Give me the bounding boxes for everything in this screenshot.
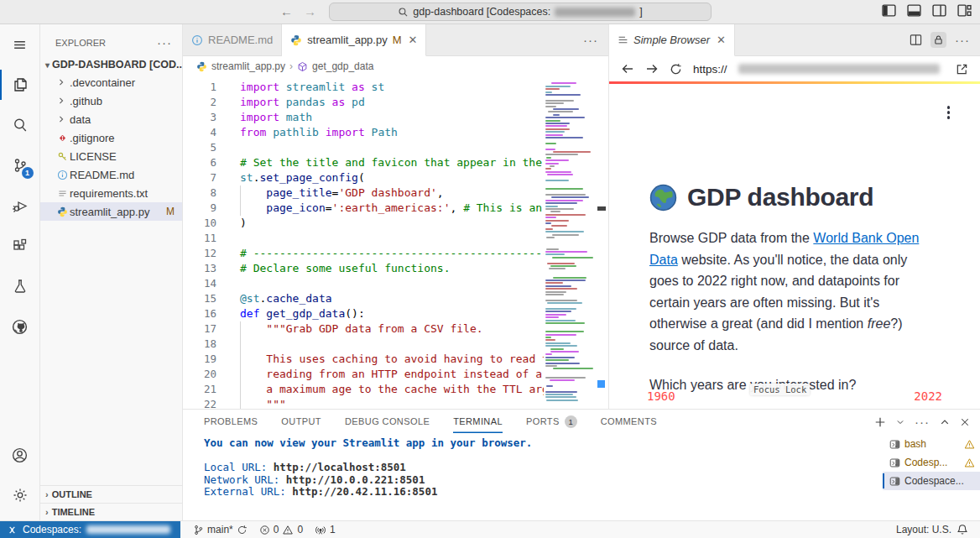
panel-tab-comments[interactable]: COMMENTS (601, 410, 657, 433)
customize-layout-icon[interactable] (957, 4, 972, 17)
browser-back-icon[interactable] (621, 63, 634, 75)
text-icon (57, 188, 65, 199)
toggle-secondary-sidebar-icon[interactable] (932, 4, 946, 17)
panel-more-actions-icon[interactable]: ··· (915, 415, 930, 429)
warnings-icon (282, 525, 294, 535)
tab-readme[interactable]: README.md (183, 24, 282, 55)
toggle-primary-sidebar-icon[interactable] (882, 4, 896, 17)
editor-more-actions-icon[interactable]: ··· (583, 33, 598, 47)
outline-section[interactable]: › OUTLINE (40, 485, 182, 503)
focus-lock-toggle[interactable] (930, 32, 946, 48)
url-scheme[interactable]: https:// (693, 63, 727, 76)
source-control-icon[interactable]: 1 (0, 145, 40, 185)
browser-forward-icon[interactable] (645, 63, 659, 75)
line-number: 21 (183, 382, 230, 397)
terminal-output[interactable]: You can now view your Streamlit app in y… (204, 437, 532, 499)
minimap[interactable] (544, 76, 596, 409)
explorer-item-readme-md[interactable]: README.md (40, 165, 182, 184)
line-number: 19 (183, 352, 230, 367)
browser-more-actions-icon[interactable]: ··· (955, 33, 970, 47)
warning-icon (964, 439, 975, 450)
simple-browser-panel: Simple Browser ✕ ··· https:// GDP dashbo… (608, 24, 980, 409)
chevron-right-icon: › (289, 60, 293, 72)
panel-tab-output[interactable]: OUTPUT (281, 410, 321, 433)
terminal-dropdown-icon[interactable] (896, 418, 904, 426)
account-icon[interactable] (0, 435, 40, 475)
tab-simple-browser[interactable]: Simple Browser ✕ (609, 24, 735, 56)
layout-indicator[interactable]: Layout: U.S. (896, 524, 951, 535)
split-editor-icon[interactable] (910, 34, 922, 46)
streamlit-menu-icon[interactable] (947, 106, 951, 119)
terminal-line (204, 450, 532, 462)
indent-guide (240, 321, 241, 337)
app-title: GDP dashboard (649, 183, 873, 212)
explorer-item--devcontainer[interactable]: .devcontainer (40, 73, 182, 91)
explorer-item-license[interactable]: LICENSE (40, 147, 182, 165)
code-editor[interactable]: 1import streamlit as st2import pandas as… (183, 76, 608, 409)
timeline-section[interactable]: › TIMELINE (40, 503, 182, 520)
explorer-item--github[interactable]: .github (40, 91, 182, 110)
breadcrumb-file[interactable]: streamlit_app.py (211, 60, 285, 72)
modified-indicator: M (166, 206, 175, 217)
line-number: 18 (183, 337, 230, 352)
breadcrumb[interactable]: streamlit_app.py › get_gdp_data (183, 56, 608, 76)
remote-indicator[interactable]: Codespaces: (0, 521, 180, 538)
history-forward-icon[interactable]: → (304, 4, 316, 18)
file-label: README.md (70, 169, 134, 181)
panel-tab-label: COMMENTS (601, 416, 657, 426)
panel-tab-label: DEBUG CONSOLE (345, 416, 430, 426)
line-number: 11 (183, 231, 230, 246)
git-icon (57, 133, 65, 144)
line-number: 20 (183, 367, 230, 382)
close-panel-icon[interactable] (960, 417, 970, 427)
search-view-icon[interactable] (0, 105, 40, 145)
chevron-right-icon (57, 115, 65, 123)
maximize-panel-icon[interactable] (940, 417, 950, 427)
extensions-icon[interactable] (0, 226, 40, 266)
explorer-item-requirements-txt[interactable]: requirements.txt (40, 184, 182, 202)
history-back-icon[interactable]: ← (280, 4, 293, 18)
terminal-instance-codespace-[interactable]: Codespace... (883, 472, 980, 490)
explorer-item--gitignore[interactable]: .gitignore (40, 128, 182, 147)
intro-text: Browse GDP data from the (649, 231, 813, 245)
redacted-codespace-name (86, 525, 170, 534)
settings-gear-icon[interactable] (0, 475, 40, 515)
explorer-root-folder[interactable]: ▾ GDP-DASHBOARD [COD... (40, 56, 182, 73)
bell-icon[interactable] (957, 524, 968, 535)
toggle-panel-icon[interactable] (907, 4, 921, 17)
line-number: 15 (183, 291, 230, 306)
branch-indicator[interactable]: main* (187, 524, 253, 535)
tab-streamlit-app[interactable]: streamlit_app.py M ✕ (282, 24, 426, 56)
open-external-icon[interactable] (956, 63, 968, 76)
explorer-item-data[interactable]: data (40, 110, 182, 128)
close-icon[interactable]: ✕ (409, 34, 418, 46)
problems-indicator[interactable]: 0 0 (253, 524, 309, 535)
panel-tab-ports[interactable]: PORTS1 (526, 410, 577, 433)
explorer-more-actions-icon[interactable]: ··· (157, 35, 172, 50)
terminal-instance-bash[interactable]: bash (883, 435, 980, 453)
ports-indicator[interactable]: 1 (309, 524, 341, 535)
breadcrumb-symbol[interactable]: get_gdp_data (312, 60, 373, 72)
redacted-codespace-name (555, 8, 635, 17)
indent-guide (240, 382, 241, 397)
panel-tab-terminal[interactable]: TERMINAL (453, 410, 503, 433)
license-icon (57, 151, 65, 162)
explorer-icon[interactable] (0, 65, 40, 105)
command-center-search[interactable]: gdp-dashboard [Codespaces: ] (329, 3, 712, 21)
terminal-instance-codesp-[interactable]: Codesp... (883, 453, 980, 472)
bottom-panel: PROBLEMSOUTPUTDEBUG CONSOLETERMINALPORTS… (183, 409, 980, 520)
overview-marker-blue (597, 380, 605, 388)
reload-icon[interactable] (670, 63, 682, 76)
menu-icon[interactable] (0, 24, 40, 65)
explorer-item-streamlit-app-py[interactable]: streamlit_app.pyM (40, 202, 182, 221)
year-slider[interactable]: 1960 2022 (647, 389, 942, 403)
indent-guide (240, 337, 241, 352)
new-terminal-icon[interactable] (874, 416, 886, 428)
slider-min-label: 1960 (647, 389, 675, 403)
panel-tab-problems[interactable]: PROBLEMS (204, 410, 258, 433)
github-icon[interactable] (0, 306, 40, 347)
run-and-debug-icon[interactable] (0, 185, 40, 226)
close-icon[interactable]: ✕ (717, 34, 726, 46)
panel-tab-debug-console[interactable]: DEBUG CONSOLE (345, 410, 430, 433)
testing-icon[interactable] (0, 266, 40, 306)
